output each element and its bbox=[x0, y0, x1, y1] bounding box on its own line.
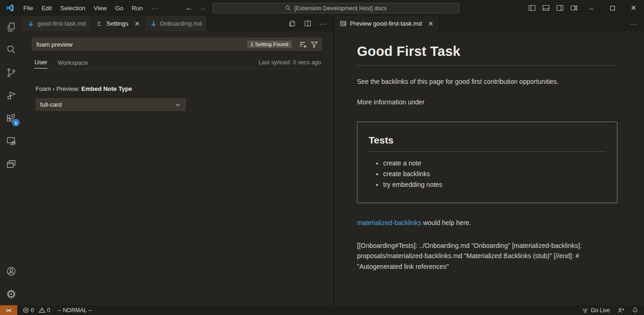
source-control-icon[interactable] bbox=[6, 67, 17, 78]
menu-selection[interactable]: Selection bbox=[56, 0, 89, 16]
extensions-icon[interactable]: 1 bbox=[6, 113, 17, 124]
card-list: create a note create backlinks try embed… bbox=[369, 159, 606, 188]
setting-category: Foam › Preview: bbox=[35, 85, 81, 92]
setting-item-embed-note-type: Foam › Preview: Embed Note Type full-car… bbox=[32, 85, 322, 111]
remote-indicator[interactable]: >< bbox=[0, 305, 17, 315]
settings-results-badge[interactable]: 1 Setting Found bbox=[247, 41, 292, 48]
menu-view[interactable]: View bbox=[90, 0, 111, 16]
tab-label: Onboarding.md bbox=[160, 20, 202, 27]
preview-title: Good First Task bbox=[357, 44, 617, 59]
close-tab-icon[interactable]: ✕ bbox=[428, 20, 434, 27]
more-actions-icon[interactable]: ··· bbox=[630, 20, 637, 27]
filter-funnel-icon[interactable] bbox=[310, 40, 318, 48]
markdown-preview-icon bbox=[340, 20, 347, 27]
open-settings-json-icon[interactable] bbox=[288, 20, 296, 27]
problems-status[interactable]: 0 0 bbox=[23, 307, 50, 314]
list-item: try embedding notes bbox=[383, 181, 606, 188]
windows-view-icon[interactable] bbox=[6, 158, 17, 170]
run-debug-icon[interactable] bbox=[6, 90, 17, 101]
tab-label: Preview good-first-task.md bbox=[350, 20, 422, 27]
menu-go[interactable]: Go bbox=[111, 0, 127, 16]
remote-explorer-icon[interactable] bbox=[6, 136, 17, 147]
toggle-panel-icon[interactable] bbox=[539, 0, 553, 16]
search-icon bbox=[285, 5, 291, 11]
last-synced-label: Last synced: 0 secs ago bbox=[259, 59, 322, 68]
vim-mode-indicator[interactable]: -- NORMAL -- bbox=[57, 307, 92, 314]
forward-arrow-icon[interactable]: → bbox=[199, 4, 206, 12]
window-controls: – ✕ bbox=[525, 0, 644, 16]
status-bar-right: Go Live bbox=[582, 307, 644, 314]
materialized-backlinks-link[interactable]: materialized-backlinks bbox=[357, 219, 421, 226]
card-title-divider bbox=[369, 151, 606, 152]
setting-label: Foam › Preview: Embed Note Type bbox=[35, 85, 322, 92]
toggle-sidebar-icon[interactable] bbox=[525, 0, 539, 16]
editor-group-right: Preview good-first-task.md ✕ ··· Good Fi… bbox=[335, 16, 644, 305]
preview-editor-actions: ··· bbox=[630, 16, 644, 31]
vscode-window: File Edit Selection View Go Run ··· ← → … bbox=[0, 0, 644, 315]
card-title: Tests bbox=[369, 135, 606, 146]
broadcast-icon bbox=[582, 307, 588, 314]
extensions-badge: 1 bbox=[12, 119, 20, 126]
command-center-search[interactable]: [Extension Development Host] docs bbox=[212, 3, 460, 14]
warning-icon bbox=[39, 307, 45, 313]
editor-group-left: good-first-task.md Settings ✕ Onboarding… bbox=[22, 16, 335, 305]
tab-good-first-task[interactable]: good-first-task.md bbox=[22, 16, 91, 31]
tab-onboarding[interactable]: Onboarding.md bbox=[145, 16, 208, 31]
back-arrow-icon[interactable]: ← bbox=[185, 4, 193, 12]
tab-settings[interactable]: Settings ✕ bbox=[91, 16, 145, 31]
tab-label: Settings bbox=[106, 20, 128, 27]
settings-search-input[interactable]: foam.preview 1 Setting Found bbox=[32, 38, 322, 51]
right-tab-strip: Preview good-first-task.md ✕ ··· bbox=[335, 16, 644, 31]
close-tab-icon[interactable]: ✕ bbox=[134, 20, 140, 27]
title-divider bbox=[357, 65, 617, 66]
scope-tab-user[interactable]: User bbox=[34, 56, 48, 68]
toggle-secondary-sidebar-icon[interactable] bbox=[553, 0, 567, 16]
clear-filters-icon[interactable] bbox=[299, 40, 307, 48]
explorer-icon[interactable] bbox=[6, 21, 17, 33]
split-editor-icon[interactable] bbox=[304, 20, 312, 27]
menu-overflow-button[interactable]: ··· bbox=[147, 0, 163, 16]
backlink-line: materialized-backlinks would help here. bbox=[357, 218, 617, 227]
notifications-bell-icon[interactable] bbox=[632, 307, 638, 314]
list-item: create a note bbox=[383, 159, 606, 167]
left-tab-strip: good-first-task.md Settings ✕ Onboarding… bbox=[22, 16, 334, 31]
more-actions-icon[interactable]: ··· bbox=[319, 20, 327, 27]
scope-tab-workspace[interactable]: Workspace bbox=[57, 57, 88, 68]
status-bar: >< 0 0 -- NORMAL -- Go Live bbox=[0, 305, 644, 315]
embed-note-type-dropdown[interactable]: full-card bbox=[35, 98, 186, 111]
close-window-button[interactable]: ✕ bbox=[623, 0, 644, 16]
menu-bar: File Edit Selection View Go Run ··· bbox=[19, 0, 163, 16]
menu-run[interactable]: Run bbox=[127, 0, 147, 16]
preview-intro: See the backlinks of this page for good … bbox=[357, 77, 617, 86]
menu-file[interactable]: File bbox=[19, 0, 37, 16]
backlink-tail: would help here. bbox=[421, 219, 471, 226]
command-center-label: [Extension Development Host] docs bbox=[294, 5, 386, 12]
maximize-button[interactable] bbox=[602, 0, 623, 16]
activity-bar: 1 ⚙ bbox=[0, 16, 22, 305]
minimize-button[interactable]: – bbox=[581, 0, 602, 16]
history-nav: ← → bbox=[185, 0, 206, 16]
settings-editor: foam.preview 1 Setting Found User bbox=[22, 31, 334, 305]
go-live-button[interactable]: Go Live bbox=[582, 307, 610, 314]
workbench: 1 ⚙ bbox=[0, 16, 644, 305]
menu-edit[interactable]: Edit bbox=[37, 0, 56, 16]
chevron-down-icon bbox=[175, 102, 181, 108]
search-view-icon[interactable] bbox=[6, 44, 17, 55]
dropdown-value: full-card bbox=[40, 101, 62, 108]
tab-preview-good-first-task[interactable]: Preview good-first-task.md ✕ bbox=[335, 16, 439, 31]
settings-search-value: foam.preview bbox=[36, 41, 247, 48]
tab-label: good-first-task.md bbox=[37, 20, 86, 27]
manage-gear-icon[interactable]: ⚙ bbox=[6, 288, 17, 300]
title-bar: File Edit Selection View Go Run ··· ← → … bbox=[0, 0, 644, 16]
list-item: create backlinks bbox=[383, 170, 606, 178]
vscode-logo-icon bbox=[5, 3, 14, 13]
editor-actions: ··· bbox=[288, 16, 334, 31]
markdown-file-icon bbox=[150, 21, 157, 27]
accounts-icon[interactable] bbox=[6, 266, 17, 277]
live-share-icon[interactable] bbox=[617, 307, 624, 314]
setting-name: Embed Note Type bbox=[81, 85, 132, 92]
go-live-label: Go Live bbox=[591, 307, 610, 314]
markdown-file-icon bbox=[28, 21, 34, 27]
embedded-note-card: Tests create a note create backlinks try… bbox=[357, 122, 617, 203]
customize-layout-icon[interactable] bbox=[567, 0, 581, 16]
